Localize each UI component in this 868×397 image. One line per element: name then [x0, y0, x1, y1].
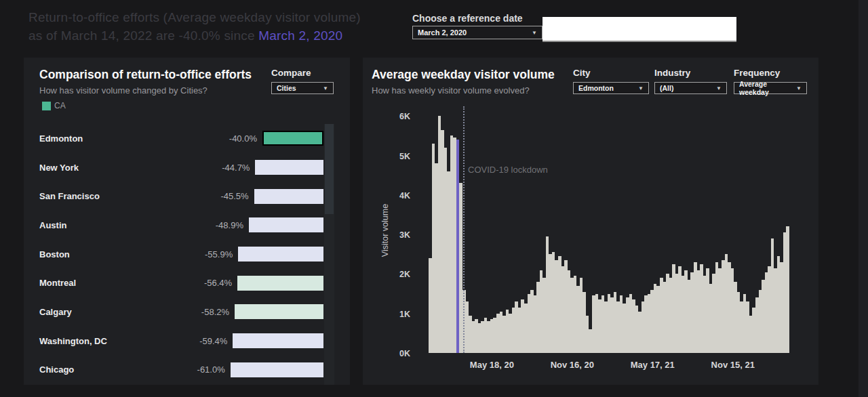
volume-panel: Average weekday visitor volume How has w… — [363, 58, 818, 385]
comparison-bar[interactable] — [231, 362, 323, 377]
comparison-row: San Francisco-45.5% — [24, 182, 340, 211]
scrollbar-track[interactable] — [324, 124, 334, 385]
volume-bar[interactable] — [786, 226, 789, 353]
reference-date-value: March 2, 2020 — [418, 28, 467, 37]
industry-filter-label: Industry — [654, 68, 727, 78]
comparison-bar[interactable] — [262, 131, 323, 146]
title-line-1: Return-to-office efforts (Average weekda… — [28, 8, 408, 26]
frequency-filter-label: Frequency — [734, 68, 807, 78]
comparison-bar[interactable] — [237, 276, 323, 291]
legend-swatch-ca — [42, 102, 51, 110]
lockdown-reference-line — [463, 106, 465, 353]
comparison-row: Chicago-61.0% — [24, 356, 340, 385]
comparison-row: Austin-48.9% — [24, 211, 340, 240]
x-tick-label: May 17, 21 — [631, 360, 675, 370]
x-tick-label: Nov 16, 20 — [551, 360, 594, 370]
volume-bar-chart — [429, 110, 790, 353]
chevron-down-icon: ▼ — [323, 85, 328, 91]
city-filter: City Edmonton ▼ — [573, 68, 649, 94]
city-filter-label: City — [573, 68, 649, 78]
comparison-subtitle: How has visitor volume changed by Cities… — [39, 85, 252, 96]
y-tick-label: 6K — [383, 112, 410, 121]
chevron-down-icon: ▼ — [638, 85, 644, 91]
comparison-panel: Comparison of return-to-office efforts H… — [24, 58, 350, 385]
comparison-bar[interactable] — [254, 189, 323, 204]
comparison-bar[interactable] — [235, 304, 323, 319]
chevron-down-icon: ▼ — [796, 85, 802, 91]
window-edge-strip — [859, 0, 868, 397]
x-tick-label: May 18, 20 — [470, 360, 514, 370]
pct-change-value: -56.4% — [204, 278, 232, 288]
city-label: Chicago — [39, 364, 197, 375]
industry-filter: Industry (All) ▼ — [654, 68, 727, 94]
y-tick-label: 4K — [383, 191, 410, 201]
city-label: Calgary — [39, 307, 201, 317]
y-tick-label: 5K — [383, 152, 410, 161]
comparison-row: Washington, DC-59.4% — [24, 327, 340, 356]
comparison-title: Comparison of return-to-office efforts — [39, 68, 252, 82]
scrollbar-thumb[interactable] — [325, 124, 334, 214]
comparison-row: Boston-55.9% — [24, 240, 340, 269]
comparison-bar[interactable] — [233, 333, 323, 348]
volume-header: Average weekday visitor volume How has w… — [372, 68, 555, 96]
pct-change-value: -55.9% — [205, 249, 233, 259]
city-label: Washington, DC — [39, 336, 199, 346]
pct-change-value: -61.0% — [197, 364, 225, 375]
y-tick-label: 0K — [383, 349, 410, 358]
comparison-bar[interactable] — [249, 217, 323, 232]
title-line-2-text: as of March 14, 2022 are -40.0% since — [28, 28, 258, 43]
title-line-2: as of March 14, 2022 are -40.0% since Ma… — [28, 26, 408, 45]
y-tick-label: 1K — [383, 310, 410, 319]
comparison-row: New York-44.7% — [24, 153, 340, 182]
x-tick-label: Nov 15, 21 — [711, 360, 755, 370]
city-label: Boston — [39, 249, 205, 259]
reference-date-dropdown[interactable]: March 2, 2020 ▼ — [412, 26, 542, 39]
comparison-row: Calgary-58.2% — [24, 297, 340, 327]
compare-dropdown-value: Cities — [277, 84, 296, 92]
y-axis-title: Visitor volume — [380, 204, 390, 257]
industry-dropdown[interactable]: (All) ▼ — [654, 82, 727, 94]
frequency-filter: Frequency Average weekday ▼ — [734, 68, 807, 94]
legend: CA — [42, 101, 66, 110]
comparison-row: Montreal-56.4% — [24, 268, 340, 297]
volume-subtitle: How has weekly visitor volume evolved? — [372, 85, 555, 96]
city-dropdown[interactable]: Edmonton ▼ — [573, 82, 649, 94]
pct-change-value: -48.9% — [216, 220, 243, 230]
lockdown-annotation: COVID-19 lockdown — [468, 165, 548, 175]
city-label: New York — [39, 163, 222, 173]
compare-dropdown[interactable]: Cities ▼ — [271, 82, 334, 94]
pct-change-value: -44.7% — [222, 163, 250, 173]
comparison-bar[interactable] — [255, 160, 323, 175]
chevron-down-icon: ▼ — [716, 85, 722, 91]
dashboard: Return-to-office efforts (Average weekda… — [0, 0, 868, 397]
comparison-row: Edmonton-40.0% — [24, 124, 340, 153]
x-axis-labels: May 18, 20Nov 16, 20May 17, 21Nov 15, 21 — [429, 360, 790, 373]
comparison-bar[interactable] — [238, 247, 323, 262]
pct-change-value: -45.5% — [220, 191, 248, 201]
legend-label-ca: CA — [54, 101, 66, 110]
title-reference-date: March 2, 2020 — [258, 28, 342, 43]
chevron-down-icon: ▼ — [532, 30, 537, 36]
frequency-dropdown[interactable]: Average weekday ▼ — [734, 82, 807, 94]
frequency-dropdown-value: Average weekday — [739, 80, 796, 96]
pct-change-value: -58.2% — [201, 307, 229, 317]
industry-dropdown-value: (All) — [660, 84, 673, 92]
compare-filter-label: Compare — [271, 68, 311, 78]
dashboard-title: Return-to-office efforts (Average weekda… — [28, 8, 408, 45]
pct-change-value: -59.4% — [199, 336, 227, 346]
volume-title: Average weekday visitor volume — [372, 68, 555, 82]
y-tick-label: 2K — [383, 270, 410, 279]
city-label: Edmonton — [39, 133, 229, 144]
comparison-bar-list: Edmonton-40.0%New York-44.7%San Francisc… — [24, 124, 340, 384]
city-dropdown-value: Edmonton — [578, 84, 614, 92]
pct-change-value: -40.0% — [229, 133, 257, 144]
blank-white-box — [542, 17, 736, 42]
city-label: San Francisco — [39, 191, 220, 201]
comparison-header: Comparison of return-to-office efforts H… — [39, 68, 252, 96]
reference-date-label: Choose a reference date — [412, 13, 523, 24]
city-label: Austin — [39, 220, 216, 230]
city-label: Montreal — [39, 278, 204, 288]
